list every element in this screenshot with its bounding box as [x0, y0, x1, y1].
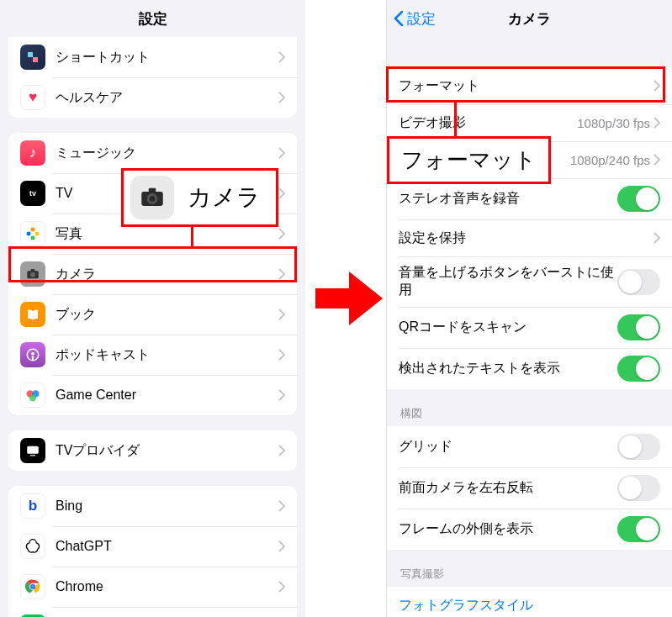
- row-tvprovider[interactable]: TVプロバイダ: [8, 430, 297, 471]
- svg-rect-13: [30, 455, 35, 456]
- row-livetext[interactable]: 検出されたテキストを表示: [387, 348, 672, 389]
- row-outside-frame[interactable]: フレームの外側を表示: [387, 509, 672, 550]
- row-gamecenter[interactable]: Game Center: [8, 375, 297, 415]
- row-chatgpt[interactable]: ChatGPT: [8, 526, 297, 567]
- row-bing[interactable]: b Bing: [8, 486, 297, 526]
- chevron-right-icon: [278, 228, 285, 240]
- camera-group-1: フォーマット ビデオ撮影 1080p/30 fps スローモーション撮影 108…: [387, 67, 672, 389]
- row-label: フレームの外側を表示: [399, 520, 617, 538]
- row-photographic-styles[interactable]: フォトグラフスタイル: [387, 587, 672, 617]
- row-label: QRコードをスキャン: [399, 319, 617, 336]
- switch-stereo[interactable]: [617, 186, 660, 212]
- svg-point-0: [31, 228, 35, 232]
- chevron-right-icon: [278, 349, 285, 361]
- switch-burst[interactable]: [617, 269, 660, 295]
- row-qr[interactable]: QRコードをスキャン: [387, 307, 672, 348]
- row-shortcuts[interactable]: ショートカット: [8, 37, 297, 77]
- chevron-right-icon: [278, 187, 285, 199]
- row-label: Chrome: [56, 579, 278, 594]
- back-button[interactable]: 設定: [394, 9, 436, 29]
- section-photo: 写真撮影: [387, 550, 672, 587]
- callout-format-label: フォーマット: [401, 147, 537, 172]
- row-label: TVプロバイダ: [56, 442, 278, 460]
- annotation-camera-callout: カメラ: [121, 168, 278, 227]
- chrome-icon: [20, 574, 45, 599]
- svg-point-1: [35, 232, 40, 236]
- row-format[interactable]: フォーマット: [387, 67, 672, 104]
- chevron-right-icon: [653, 154, 660, 166]
- row-stereo[interactable]: ステレオ音声を録音: [387, 178, 672, 219]
- switch-livetext[interactable]: [617, 356, 660, 382]
- row-books[interactable]: ブック: [8, 294, 297, 335]
- row-label: フォトグラフスタイル: [399, 597, 660, 614]
- row-label: Bing: [56, 498, 278, 514]
- camera-icon: [20, 261, 45, 287]
- row-mirror[interactable]: 前面カメラを左右反転: [387, 467, 672, 509]
- arrow-icon: [315, 272, 383, 325]
- chevron-right-icon: [653, 80, 660, 92]
- row-detail: 1080p/30 fps: [577, 116, 650, 130]
- row-line[interactable]: LINE LINE: [8, 607, 297, 617]
- row-burst[interactable]: 音量を上げるボタンをバーストに使用: [387, 256, 672, 307]
- svg-rect-19: [149, 188, 156, 193]
- photos-icon: [20, 221, 45, 246]
- camera-header: 設定 カメラ: [387, 0, 672, 37]
- tvprovider-icon: [20, 438, 45, 463]
- row-grid[interactable]: グリッド: [387, 426, 672, 467]
- settings-group-3: b Bing ChatGPT Chrome LINE LINE: [8, 486, 297, 617]
- switch-qr[interactable]: [617, 314, 660, 340]
- chevron-right-icon: [278, 51, 285, 63]
- svg-point-18: [149, 196, 155, 202]
- callout-camera-label: カメラ: [188, 182, 261, 214]
- music-icon: ♪: [20, 140, 45, 166]
- row-preserve[interactable]: 設定を保持: [387, 219, 672, 256]
- row-label: 写真: [56, 225, 278, 243]
- switch-mirror[interactable]: [617, 475, 660, 501]
- chevron-right-icon: [653, 232, 660, 244]
- camera-group-3: フォトグラフスタイル: [387, 587, 672, 617]
- settings-group-2: TVプロバイダ: [8, 430, 297, 471]
- row-label: グリッド: [399, 438, 617, 456]
- row-chrome[interactable]: Chrome: [8, 567, 297, 607]
- chevron-right-icon: [278, 541, 285, 552]
- settings-panel: 設定 ショートカット ♥ ヘルスケア ♪ ミュージック tv TV: [0, 0, 305, 617]
- row-music[interactable]: ♪ ミュージック: [8, 133, 297, 173]
- svg-rect-12: [27, 446, 39, 454]
- svg-rect-6: [31, 269, 35, 272]
- chevron-right-icon: [653, 117, 660, 129]
- row-label: ヘルスケア: [56, 89, 278, 107]
- switch-outside-frame[interactable]: [617, 516, 660, 542]
- camera-icon-large: [130, 176, 174, 219]
- chevron-right-icon: [278, 268, 285, 280]
- camera-group-2: グリッド 前面カメラを左右反転 フレームの外側を表示: [387, 426, 672, 550]
- switch-grid[interactable]: [617, 434, 660, 460]
- row-detail: 1080p/240 fps: [570, 153, 650, 167]
- row-label: 検出されたテキストを表示: [399, 360, 617, 377]
- svg-point-3: [27, 232, 31, 236]
- section-composition: 構図: [387, 389, 672, 426]
- row-label: ステレオ音声を録音: [399, 190, 617, 208]
- row-label: 音量を上げるボタンをバーストに使用: [399, 264, 617, 299]
- chevron-right-icon: [278, 581, 285, 593]
- row-label: ChatGPT: [56, 539, 278, 554]
- row-label: フォーマット: [399, 77, 653, 95]
- row-label: Game Center: [56, 388, 278, 403]
- row-camera[interactable]: カメラ: [8, 254, 297, 294]
- annotation-connector-1: [191, 224, 193, 248]
- row-podcasts[interactable]: ポッドキャスト: [8, 335, 297, 375]
- row-label: カメラ: [56, 266, 278, 283]
- row-label: ブック: [56, 306, 278, 324]
- chevron-right-icon: [278, 389, 285, 401]
- tv-icon: tv: [20, 181, 45, 206]
- chevron-right-icon: [278, 92, 285, 103]
- row-label: 設定を保持: [399, 229, 653, 247]
- chevron-right-icon: [278, 308, 285, 320]
- settings-title: 設定: [139, 9, 167, 29]
- books-icon: [20, 302, 45, 327]
- row-health[interactable]: ♥ ヘルスケア: [8, 77, 297, 118]
- chatgpt-icon: [20, 534, 45, 559]
- annotation-connector-2: [454, 101, 457, 138]
- row-label: ポッドキャスト: [56, 346, 278, 364]
- back-label: 設定: [407, 9, 436, 29]
- chevron-right-icon: [278, 445, 285, 456]
